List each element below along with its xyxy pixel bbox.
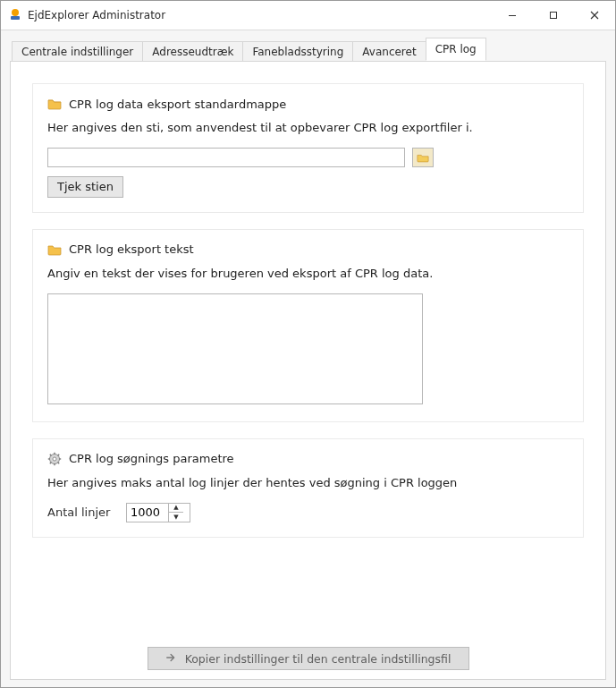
copy-settings-label: Kopier indstillinger til den centrale in… xyxy=(185,652,451,666)
check-path-button[interactable]: Tjek stien xyxy=(47,176,123,198)
group-search-params-title: CPR log søgnings parametre xyxy=(69,452,234,465)
tab-centrale-indstillinger[interactable]: Centrale indstillinger xyxy=(12,41,143,62)
app-window: EjdExplorer Administrator Centrale indst… xyxy=(0,0,616,688)
arrow-right-icon xyxy=(165,651,178,667)
svg-point-0 xyxy=(12,9,19,16)
close-button[interactable] xyxy=(574,1,615,30)
line-count-spinner[interactable]: ▲ ▼ xyxy=(126,503,190,522)
app-icon xyxy=(8,8,22,22)
bottom-bar: Kopier indstillinger til den centrale in… xyxy=(32,640,584,670)
group-search-params-desc: Her angives maks antal log linjer der he… xyxy=(47,475,569,492)
line-count-label: Antal linjer xyxy=(47,505,117,519)
gear-icon xyxy=(47,452,62,466)
svg-line-12 xyxy=(58,454,60,455)
tab-page-cpr-log: CPR log data eksport standardmappe Her a… xyxy=(10,61,606,680)
tab-fanebladsstyring[interactable]: Fanebladsstyring xyxy=(242,41,353,62)
titlebar: EjdExplorer Administrator xyxy=(1,1,615,30)
tab-avanceret[interactable]: Avanceret xyxy=(352,41,426,62)
group-export-text-title: CPR log eksport tekst xyxy=(69,242,194,256)
browse-folder-button[interactable] xyxy=(412,148,434,167)
svg-rect-3 xyxy=(551,13,557,19)
client-area: Centrale indstillinger Adresseudtræk Fan… xyxy=(1,30,615,687)
maximize-button[interactable] xyxy=(533,1,574,30)
svg-line-11 xyxy=(58,462,60,463)
svg-point-5 xyxy=(53,457,56,461)
svg-rect-2 xyxy=(509,15,516,16)
minimize-button[interactable] xyxy=(492,1,533,30)
group-export-folder-title: CPR log data eksport standardmappe xyxy=(69,98,286,111)
svg-rect-1 xyxy=(11,16,20,20)
tab-strip: Centrale indstillinger Adresseudtræk Fan… xyxy=(12,39,606,61)
group-search-params: CPR log søgnings parametre Her angives m… xyxy=(32,438,584,538)
export-text-textarea[interactable] xyxy=(47,293,423,404)
group-export-folder: CPR log data eksport standardmappe Her a… xyxy=(32,83,584,213)
copy-settings-button[interactable]: Kopier indstillinger til den centrale in… xyxy=(148,647,469,670)
group-export-folder-desc: Her angives den sti, som anvendest til a… xyxy=(47,120,569,137)
group-export-text: CPR log eksport tekst Angiv en tekst der… xyxy=(32,229,584,422)
export-path-input[interactable] xyxy=(47,148,405,167)
group-export-text-desc: Angiv en tekst der vises for brugeren ve… xyxy=(47,266,569,283)
svg-line-13 xyxy=(50,462,52,463)
tab-adresseudtraek[interactable]: Adresseudtræk xyxy=(142,41,243,62)
svg-line-10 xyxy=(50,454,52,455)
folder-icon xyxy=(47,242,62,257)
line-count-input[interactable] xyxy=(127,504,168,522)
spinner-down[interactable]: ▼ xyxy=(169,513,183,522)
window-title: EjdExplorer Administrator xyxy=(28,9,492,21)
window-buttons xyxy=(492,1,615,30)
folder-icon xyxy=(47,97,62,111)
spinner-up[interactable]: ▲ xyxy=(169,504,183,514)
tab-cpr-log[interactable]: CPR log xyxy=(426,38,486,61)
